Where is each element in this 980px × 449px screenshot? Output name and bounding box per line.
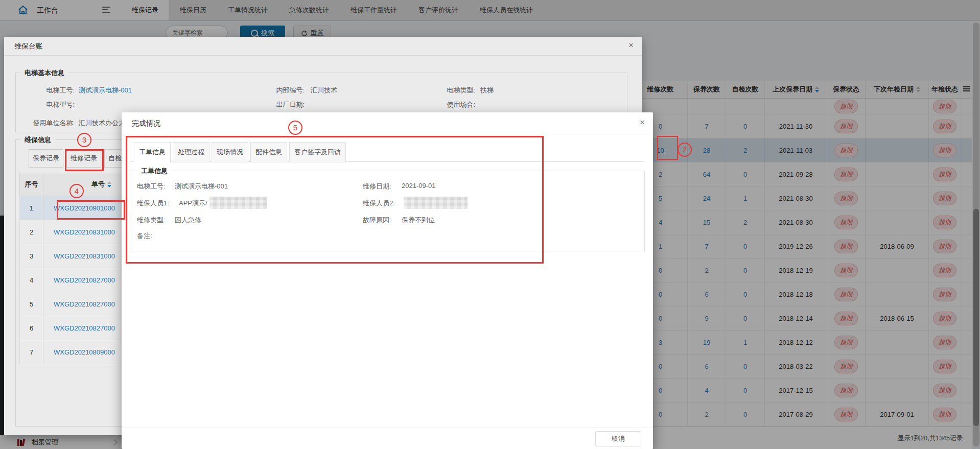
wo-staff1-label: 维保人员1:	[137, 199, 169, 208]
wo-fault-reason-label: 故障原因:	[363, 216, 391, 225]
completion-tab[interactable]: 现场情况	[212, 142, 248, 162]
work-order-legend: 工单信息	[137, 167, 172, 176]
close-icon[interactable]: ×	[640, 118, 645, 127]
wo-repair-type-value: 困人急修	[175, 216, 201, 225]
wo-remark-label: 备注:	[137, 231, 152, 241]
wo-repair-date-label: 维修日期:	[363, 182, 391, 191]
wo-elevator-no-label: 电梯工号:	[137, 182, 166, 191]
wo-repair-date-value: 2021-09-01	[402, 182, 436, 190]
wo-fault-reason-value: 保养不到位	[402, 216, 435, 225]
completion-modal-title: 完成情况	[132, 119, 160, 128]
wo-repair-type-label: 维修类型:	[137, 216, 166, 225]
wo-elevator-no-value: 测试演示电梯-001	[175, 182, 228, 191]
completion-tab[interactable]: 配件信息	[250, 142, 287, 162]
screen: 工作台 维保记录 维保日历 工单情况统计 急修次数统计 维保工作量统计 客户评价…	[0, 0, 980, 449]
wo-staff1-value: APP演示/	[179, 199, 207, 208]
redacted-name	[404, 197, 468, 209]
completion-tab[interactable]: 处理过程	[173, 142, 209, 162]
completion-tab[interactable]: 工单信息	[134, 142, 171, 163]
wo-staff2-label: 维保人员2:	[363, 199, 395, 208]
completion-tab[interactable]: 客户签字及回访	[289, 142, 346, 162]
completion-modal-header: 完成情况 ×	[122, 112, 653, 134]
completion-modal: 完成情况 × 工单信息 处理过程 现场情况 配件信息 客户签字及回访 工单信息 …	[122, 112, 653, 449]
cancel-button[interactable]: 取消	[595, 431, 641, 446]
completion-tabs: 工单信息 处理过程 现场情况 配件信息 客户签字及回访	[134, 142, 346, 163]
redacted-name	[209, 197, 267, 209]
completion-modal-footer: 取消	[122, 428, 653, 449]
